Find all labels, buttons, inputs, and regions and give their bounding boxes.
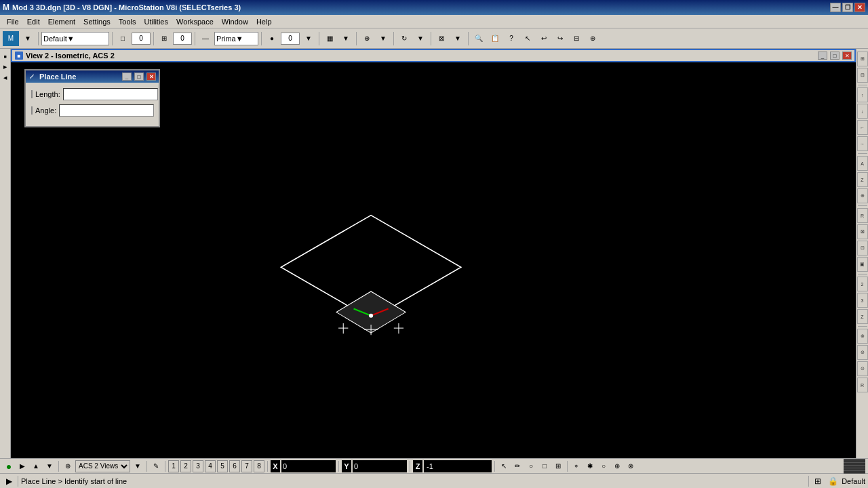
lsb-btn-3[interactable]: ◀ bbox=[1, 73, 10, 83]
rsb-btn-11[interactable]: ⊠ bbox=[857, 224, 868, 239]
x-coord-input[interactable] bbox=[281, 460, 336, 472]
view-tab-1[interactable]: 1 bbox=[168, 460, 179, 472]
menu-file[interactable]: File bbox=[3, 16, 23, 27]
rsb-btn-8[interactable]: Z bbox=[857, 172, 868, 187]
tb-num1[interactable] bbox=[132, 33, 151, 45]
rsb-btn-5[interactable]: ← bbox=[857, 120, 868, 135]
rsb-btn-6[interactable]: → bbox=[857, 136, 868, 151]
menu-utilities[interactable]: Utilities bbox=[140, 16, 172, 27]
tb-dropdown-arr5[interactable]: ▼ bbox=[450, 31, 465, 46]
btb-tool4[interactable]: □ bbox=[538, 460, 551, 472]
rsb-btn-15[interactable]: 3 bbox=[857, 293, 868, 308]
menu-help[interactable]: Help bbox=[252, 16, 276, 27]
rsb-div-5 bbox=[858, 326, 867, 327]
tb-arrow-btn[interactable]: ▼ bbox=[20, 31, 35, 46]
view-minimize-btn[interactable]: _ bbox=[818, 52, 827, 60]
acs-dropdown[interactable]: ACS 2 Views bbox=[75, 460, 130, 472]
status-lock-btn[interactable]: 🔒 bbox=[827, 475, 839, 487]
view-tab-8[interactable]: 8 bbox=[254, 460, 264, 472]
rsb-btn-2[interactable]: ⊟ bbox=[857, 68, 868, 83]
btb-arr2[interactable]: ▲ bbox=[30, 460, 42, 472]
btb-tool8[interactable]: ○ bbox=[597, 460, 610, 472]
view-tab-4[interactable]: 4 bbox=[205, 460, 216, 472]
view-tab-3[interactable]: 3 bbox=[193, 460, 203, 472]
btb-tool3[interactable]: ○ bbox=[525, 460, 537, 472]
shape-btn[interactable]: □ bbox=[115, 31, 130, 46]
rsb-btn-16[interactable]: Z bbox=[857, 309, 868, 324]
view-tab-6[interactable]: 6 bbox=[229, 460, 240, 472]
btb-green-btn[interactable]: ● bbox=[3, 460, 15, 472]
menu-settings[interactable]: Settings bbox=[79, 16, 115, 27]
view-restore-btn[interactable]: □ bbox=[830, 52, 840, 60]
properties-btn[interactable]: 📋 bbox=[488, 31, 502, 46]
rsb-btn-19[interactable]: ⊙ bbox=[857, 361, 868, 376]
btb-tool5[interactable]: ⊞ bbox=[552, 460, 564, 472]
tb-sep-4 bbox=[195, 32, 195, 45]
fill-btn[interactable]: ▦ bbox=[322, 31, 337, 46]
rsb-btn-14[interactable]: 2 bbox=[857, 277, 868, 291]
menu-element[interactable]: Element bbox=[44, 16, 79, 27]
rsb-btn-18[interactable]: ⊘ bbox=[857, 345, 868, 360]
lsb-btn-1[interactable]: ■ bbox=[1, 52, 10, 61]
btb-tool2[interactable]: ✏ bbox=[511, 460, 524, 472]
menu-edit[interactable]: Edit bbox=[23, 16, 44, 27]
menu-window[interactable]: Window bbox=[218, 16, 252, 27]
view-tab-7[interactable]: 7 bbox=[241, 460, 252, 472]
restore-button[interactable]: ❐ bbox=[842, 3, 853, 12]
tb-extra1[interactable]: ⊟ bbox=[569, 31, 584, 46]
menu-tools[interactable]: Tools bbox=[115, 16, 140, 27]
rsb-btn-4[interactable]: ↓ bbox=[857, 104, 868, 119]
select-btn[interactable]: ↖ bbox=[520, 31, 535, 46]
rsb-btn-17[interactable]: ⊗ bbox=[857, 329, 868, 344]
minimize-button[interactable]: — bbox=[830, 3, 841, 12]
help-btn[interactable]: ? bbox=[504, 31, 519, 46]
tb-extra2[interactable]: ⊕ bbox=[585, 31, 600, 46]
rsb-btn-9[interactable]: ⊕ bbox=[857, 188, 868, 203]
rsb-btn-13[interactable]: ▣ bbox=[857, 257, 868, 272]
btb-tool6[interactable]: ⌖ bbox=[570, 460, 583, 472]
btb-tool7[interactable]: ✱ bbox=[584, 460, 596, 472]
lsb-btn-2[interactable]: ▶ bbox=[1, 62, 10, 72]
tb-num3[interactable] bbox=[281, 33, 300, 45]
rsb-btn-10[interactable]: R bbox=[857, 208, 868, 223]
btb-arr3[interactable]: ▼ bbox=[43, 460, 56, 472]
prima-dropdown[interactable]: Prima▼ bbox=[214, 32, 258, 45]
line-style-btn[interactable]: — bbox=[198, 31, 213, 46]
level-dropdown[interactable]: Default ▼ bbox=[41, 32, 109, 45]
color-btn1[interactable]: ● bbox=[264, 31, 279, 46]
tb-dropdown-arr3[interactable]: ▼ bbox=[376, 31, 391, 46]
btb-tool1[interactable]: ↖ bbox=[498, 460, 510, 472]
tb-dropdown-arr4[interactable]: ▼ bbox=[413, 31, 428, 46]
rsb-btn-3[interactable]: ↑ bbox=[857, 87, 868, 102]
btb-acs-arr[interactable]: ▼ bbox=[132, 460, 144, 472]
tb-dropdown-arr2[interactable]: ▼ bbox=[338, 31, 353, 46]
y-coord-input[interactable] bbox=[353, 460, 407, 472]
view-tab-2[interactable]: 2 bbox=[180, 460, 191, 472]
tb-dropdown-arr1[interactable]: ▼ bbox=[301, 31, 316, 46]
rotate-btn[interactable]: ↻ bbox=[397, 31, 412, 46]
zoom-in-btn[interactable]: 🔍 bbox=[471, 31, 486, 46]
tb-num2[interactable] bbox=[173, 33, 192, 45]
canvas-area[interactable]: ⟋ Place Line _ □ ✕ Length: Angle: bbox=[11, 62, 856, 458]
btb-arr1[interactable]: ▶ bbox=[16, 460, 28, 472]
rsb-btn-7[interactable]: A bbox=[857, 156, 868, 171]
grid-btn[interactable]: ⊞ bbox=[157, 31, 172, 46]
btb-tool9[interactable]: ⊕ bbox=[611, 460, 623, 472]
menu-workspace[interactable]: Workspace bbox=[172, 16, 218, 27]
scale-btn[interactable]: ⊠ bbox=[434, 31, 449, 46]
view-tab-5[interactable]: 5 bbox=[217, 460, 228, 472]
view-close-btn[interactable]: ✕ bbox=[842, 52, 852, 60]
status-icon-btn[interactable]: ▶ bbox=[3, 475, 15, 487]
status-view-btn[interactable]: ⊞ bbox=[812, 475, 824, 487]
btb-tool10[interactable]: ⊗ bbox=[625, 460, 637, 472]
btb-edit-btn[interactable]: ✎ bbox=[150, 460, 162, 472]
snap-btn[interactable]: ⊕ bbox=[359, 31, 374, 46]
close-button[interactable]: ✕ bbox=[854, 3, 865, 12]
rsb-btn-20[interactable]: R bbox=[857, 378, 868, 392]
rsb-btn-1[interactable]: ⊞ bbox=[857, 52, 868, 66]
btb-acs-icon[interactable]: ⊕ bbox=[62, 460, 74, 472]
app-menu-button[interactable]: M bbox=[3, 31, 19, 46]
undo-btn[interactable]: ↩ bbox=[536, 31, 551, 46]
redo-btn[interactable]: ↪ bbox=[553, 31, 568, 46]
rsb-btn-12[interactable]: ⊡ bbox=[857, 241, 868, 256]
